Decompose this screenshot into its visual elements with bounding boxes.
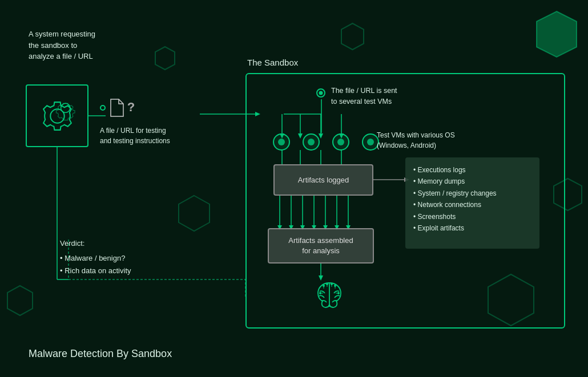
hex-decoration-7 [154,46,176,74]
artifact-detail-1: • Executions logs [413,164,531,176]
svg-point-58 [331,283,333,285]
svg-point-48 [61,103,70,112]
hex-decoration-1 [534,9,579,63]
artifacts-logged-text: Artifacts logged [298,176,349,184]
artifact-detail-3: • System / registry changes [413,188,531,199]
vm-circle-2 [303,133,320,151]
bottom-title: Malware Detection By Sandbox [29,348,172,360]
svg-marker-0 [537,11,577,57]
svg-marker-6 [155,47,175,70]
brain-section [311,277,348,314]
artifacts-logged-box: Artifacts logged [273,164,373,196]
question-mark: ? [127,101,135,115]
artifact-detail-5: • Screenshots [413,211,531,222]
verdict-item-2: • Rich data on activity [60,265,131,277]
verdict-box: Verdict: • Malware / benign? • Rich data… [60,237,131,277]
brain-icon [311,277,348,311]
svg-point-57 [326,283,328,285]
file-sent-label: The file / URL is sent to several test V… [331,86,397,107]
svg-marker-3 [179,196,210,231]
hex-decoration-5 [6,284,34,320]
artifact-detail-6: • Exploit artifacts [413,222,531,234]
gear-icon [39,98,76,135]
verdict-title: Verdict: [60,237,131,250]
file-icon [108,98,124,117]
hex-decoration-4 [177,194,211,236]
vm-circles-row [273,133,379,151]
sandbox-title: The Sandbox [247,58,298,67]
svg-point-56 [323,285,325,287]
input-circle [316,88,325,98]
svg-point-62 [328,305,331,307]
left-section-label: A system requesting the sandbox to analy… [29,29,95,62]
connection-dot [100,105,106,111]
vm-label: Test VMs with various OS (Windows, Andro… [377,130,502,151]
vm-circle-3 [332,133,349,151]
svg-point-59 [334,285,336,287]
artifacts-assembled-text: Artifacts assembled for analysis [288,236,353,256]
file-url-label: A file / URL for testing and testing ins… [100,125,214,146]
svg-marker-4 [7,286,33,315]
artifact-detail-4: • Network connections [413,199,531,210]
artifact-detail-2: • Memory dumps [413,176,531,187]
gear-box [26,84,88,147]
vm-circle-1 [273,133,290,151]
svg-point-61 [337,292,340,294]
svg-marker-5 [341,23,364,50]
artifacts-assembled-box: Artifacts assembled for analysis [268,228,374,264]
main-container: A system requesting the sandbox to analy… [0,0,588,377]
verdict-item-1: • Malware / benign? [60,252,131,265]
hex-decoration-6 [340,22,365,54]
artifact-details-box: • Executions logs • Memory dumps • Syste… [405,157,539,249]
svg-point-60 [319,292,321,294]
file-url-section: ? [100,98,135,117]
